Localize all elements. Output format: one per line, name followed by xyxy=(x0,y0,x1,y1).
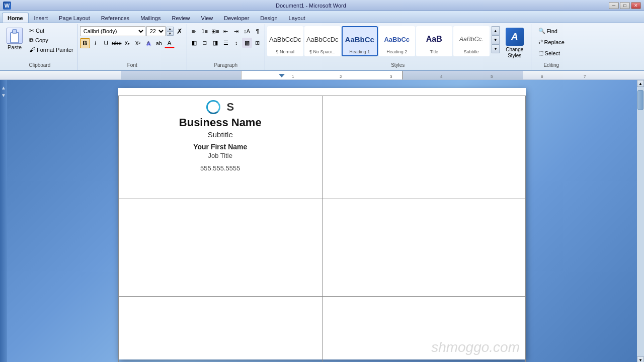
sort-button[interactable]: ↕A xyxy=(242,26,252,36)
tab-layout[interactable]: Layout xyxy=(283,13,311,23)
select-button[interactable]: ⬚ Select xyxy=(536,48,563,58)
minimize-button[interactable]: ─ xyxy=(609,2,619,9)
mid-left-cell[interactable] xyxy=(119,199,323,296)
numbering-button[interactable]: 1≡ xyxy=(200,26,210,36)
table-row-bot xyxy=(119,296,526,362)
tab-references[interactable]: References xyxy=(96,13,135,23)
multilevel-list-button[interactable]: ⊞≡ xyxy=(210,26,220,36)
clear-formatting-button[interactable]: ✗ xyxy=(175,26,185,36)
cut-button[interactable]: ✂ Cut xyxy=(27,26,75,35)
show-formatting-button[interactable]: ¶ xyxy=(253,26,263,36)
paragraph-group: ≡· 1≡ ⊞≡ ⇤ ⇥ ↕A ¶ ◧ ⊟ ◨ ☰ ↕ ▩ ⊞ Paragrap… xyxy=(187,24,265,70)
sidebar-arrow-up[interactable]: ▲ xyxy=(1,85,6,90)
underline-button[interactable]: U xyxy=(101,38,111,48)
tab-design[interactable]: Design xyxy=(255,13,283,23)
paste-icon xyxy=(7,28,23,44)
decrease-indent-button[interactable]: ⇤ xyxy=(221,26,231,36)
shading-button[interactable]: ▩ xyxy=(242,38,252,48)
sidebar-arrow-down[interactable]: ▼ xyxy=(1,93,6,98)
tab-insert[interactable]: Insert xyxy=(29,13,54,23)
select-label: Select xyxy=(545,50,560,56)
align-right-button[interactable]: ◨ xyxy=(210,38,220,48)
styles-scroll-down[interactable]: ▼ xyxy=(492,35,500,44)
format-btns-row: B I U abc X₂ X² A ab A xyxy=(80,38,175,48)
tab-developer[interactable]: Developer xyxy=(218,13,255,23)
style-normal[interactable]: AaBbCcDc ¶ Normal xyxy=(267,26,303,56)
subscript-button[interactable]: X₂ xyxy=(122,38,132,48)
scrollbar-track[interactable]: ▲ ▼ xyxy=(637,80,644,362)
paste-button[interactable]: Paste xyxy=(4,26,25,52)
font-color-button[interactable]: A xyxy=(165,38,175,48)
left-sidebar: ▲ ▼ xyxy=(0,80,7,362)
align-left-button[interactable]: ◧ xyxy=(189,38,199,48)
bot-right-cell[interactable] xyxy=(322,296,526,362)
copy-button[interactable]: ⧉ Copy xyxy=(27,36,75,45)
find-label: Find xyxy=(547,28,557,34)
top-right-cell[interactable] xyxy=(322,96,526,199)
superscript-button[interactable]: X² xyxy=(133,38,143,48)
job-title[interactable]: Job Title xyxy=(123,152,318,159)
increase-indent-button[interactable]: ⇥ xyxy=(231,26,242,36)
maximize-button[interactable]: □ xyxy=(620,2,630,9)
font-size-decrease[interactable]: ▼ xyxy=(167,31,174,36)
window-controls: ─ □ ✕ xyxy=(609,2,641,9)
close-button[interactable]: ✕ xyxy=(631,2,641,9)
style-heading1[interactable]: AaBbCc Heading 1 xyxy=(342,26,378,56)
italic-button[interactable]: I xyxy=(91,38,101,48)
tab-pagelayout[interactable]: Page Layout xyxy=(53,13,96,23)
business-card-main[interactable]: S Business Name Subtitle Your First Name… xyxy=(119,96,323,199)
styles-group: AaBbCcDc ¶ Normal AaBbCcDc ¶ No Spaci...… xyxy=(265,24,531,70)
paragraph-label: Paragraph xyxy=(214,61,237,69)
style-heading1-preview: AaBbCc xyxy=(344,29,376,49)
styles-expand[interactable]: ▾ xyxy=(492,44,500,53)
scrollbar-thumb[interactable] xyxy=(637,90,643,110)
business-name[interactable]: Business Name xyxy=(123,116,318,129)
align-center-button[interactable]: ⊟ xyxy=(200,38,210,48)
ruler-mark-6: 6 xyxy=(541,74,543,79)
style-title[interactable]: AaB Title xyxy=(416,26,452,56)
window-title: Document1 - Microsoft Word xyxy=(13,3,609,9)
bold-button[interactable]: B xyxy=(80,38,90,48)
paste-label: Paste xyxy=(8,44,22,50)
tab-mailings[interactable]: Mailings xyxy=(135,13,166,23)
font-size-increase[interactable]: ▲ xyxy=(167,27,174,31)
scroll-up-button[interactable]: ▲ xyxy=(637,80,644,87)
business-subtitle[interactable]: Subtitle xyxy=(123,130,318,139)
format-painter-button[interactable]: 🖌 Format Painter xyxy=(27,45,75,54)
justify-button[interactable]: ☰ xyxy=(221,38,231,48)
tab-view[interactable]: View xyxy=(196,13,219,23)
style-normal-preview: AaBbCcDc xyxy=(269,29,301,49)
style-no-spacing[interactable]: AaBbCcDc ¶ No Spaci... xyxy=(304,26,341,56)
cut-label: Cut xyxy=(36,28,44,34)
styles-label: Styles xyxy=(391,61,405,69)
scroll-down-button[interactable]: ▼ xyxy=(637,356,644,362)
main-area: ▲ ▼ S Business Name Subtitle Your First … xyxy=(0,80,644,362)
borders-button[interactable]: ⊞ xyxy=(253,38,263,48)
svg-rect-3 xyxy=(13,30,17,33)
style-heading2[interactable]: AaBbCc Heading 2 xyxy=(379,26,415,56)
bot-left-cell[interactable] xyxy=(119,296,323,362)
bullets-button[interactable]: ≡· xyxy=(189,26,199,36)
phone-number[interactable]: 555.555.5555 xyxy=(123,164,318,172)
style-title-text: AaB xyxy=(426,35,442,44)
text-effects-button[interactable]: A xyxy=(143,38,153,48)
replace-button[interactable]: ⇄ Replace xyxy=(536,37,567,47)
editing-label: Editing xyxy=(543,61,559,69)
find-icon: 🔍 xyxy=(538,28,545,34)
text-highlight-button[interactable]: ab xyxy=(154,38,164,48)
line-spacing-button[interactable]: ↕ xyxy=(231,38,242,48)
svg-rect-2 xyxy=(11,33,19,43)
tab-home[interactable]: Home xyxy=(2,13,29,23)
tab-review[interactable]: Review xyxy=(166,13,195,23)
find-button[interactable]: 🔍 Find xyxy=(536,26,560,36)
person-name[interactable]: Your First Name xyxy=(123,143,318,151)
font-size-select[interactable]: 22 89101112 1416182024 xyxy=(146,26,166,36)
document-canvas[interactable]: S Business Name Subtitle Your First Name… xyxy=(7,80,637,362)
font-name-select[interactable]: Calibri (Body) Arial Times New Roman xyxy=(80,26,145,36)
strikethrough-button[interactable]: abc xyxy=(112,38,122,48)
mid-right-cell[interactable] xyxy=(322,199,526,296)
styles-scroll-up[interactable]: ▲ xyxy=(492,26,500,35)
style-subtitle[interactable]: AaBbCc. Subtitle xyxy=(453,26,490,56)
change-styles-button[interactable]: A ChangeStyles xyxy=(501,26,529,60)
replace-icon: ⇄ xyxy=(538,39,543,45)
